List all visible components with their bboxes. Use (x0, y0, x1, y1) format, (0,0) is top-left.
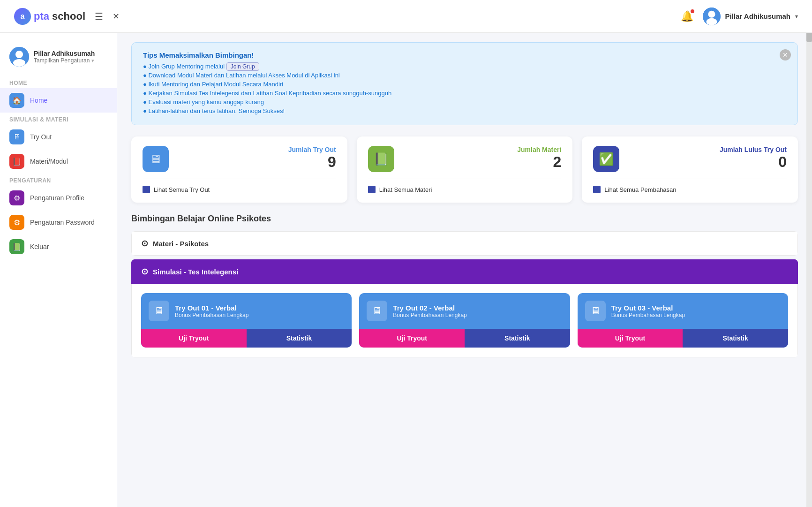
sidebar-item-keluar[interactable]: 📗 Keluar (0, 235, 117, 259)
keluar-icon: 📗 (9, 239, 24, 254)
stat-card-top-lulus: ✅ Jumlah Lulus Try Out 0 (593, 146, 787, 172)
stat-label-materi: Jumlah Materi 2 (517, 146, 561, 171)
tips-item-5: ● Latihan-latihan dan terus latihan. Sem… (143, 107, 786, 114)
svg-point-1 (708, 10, 715, 17)
sidebar-section-pengaturan: Pengaturan (0, 174, 117, 186)
sidebar-avatar (9, 47, 29, 67)
accordion-simulasi: ⊙ Simulasi - Tes Intelegensi 🖥 Try Out 0… (131, 259, 798, 357)
tips-title: Tips Memaksimalkan Bimbingan! (143, 51, 786, 59)
tryout-card-3-icon: 🖥 (585, 301, 606, 321)
tryout-card-3-title: Try Out 03 - Verbal (611, 304, 685, 312)
user-menu[interactable]: Pillar Adhikusumah ▾ (703, 8, 798, 25)
header-right: 🔔 Pillar Adhikusumah ▾ (681, 8, 798, 25)
sidebar-section-simulasi: Simulasi & Materi (0, 113, 117, 125)
svg-point-5 (13, 59, 25, 67)
sidebar-item-tryout-label: Try Out (30, 133, 52, 141)
stat-card-materi: 📗 Jumlah Materi 2 Lihat Semua Materi (357, 136, 573, 203)
materi-icon: 📕 (9, 154, 24, 169)
sidebar-item-password-label: Pengaturan Password (30, 219, 95, 226)
stat-label-lulus: Jumlah Lulus Try Out 0 (720, 146, 787, 171)
logo: a pta school (14, 8, 85, 25)
tryout-card-3-actions: Uji Tryout Statistik (578, 329, 788, 348)
statistik-button-1[interactable]: Statistik (247, 329, 352, 348)
statistik-button-2[interactable]: Statistik (465, 329, 570, 348)
accordion-simulasi-icon: ⊙ (141, 266, 148, 277)
stat-card-tryout: 🖥 Jumlah Try Out 9 Lihat Semua Try Out (131, 136, 347, 203)
tryout-card-1-subtitle: Bonus Pembahasan Lengkap (175, 312, 248, 318)
tryout-card-2-title: Try Out 02 - Verbal (393, 304, 466, 312)
accordion-materi: ⊙ Materi - Psikotes (131, 231, 798, 256)
sidebar-item-profile[interactable]: ⚙ Pengaturan Profile (0, 186, 117, 210)
stat-card-top-materi: 📗 Jumlah Materi 2 (368, 146, 562, 172)
header: a pta school ☰ ✕ 🔔 Pillar Adhikusumah ▾ (0, 0, 812, 33)
stat-icon-lulus: ✅ (593, 146, 619, 172)
user-name: Pillar Adhikusumah (725, 12, 790, 20)
accordion-materi-header[interactable]: ⊙ Materi - Psikotes (131, 231, 798, 256)
stat-link-materi[interactable]: Lihat Semua Materi (368, 186, 562, 193)
sidebar-user-info: Pillar Adhikusumah Tampilkan Pengaturan … (34, 50, 95, 64)
tips-item-2: ● Ikuti Mentoring dan Pelajari Modul Sec… (143, 81, 786, 88)
close-search-icon[interactable]: ✕ (113, 11, 120, 22)
sidebar-item-materi-label: Materi/Modul (30, 158, 68, 165)
hamburger-icon[interactable]: ☰ (95, 11, 103, 22)
tips-close-button[interactable]: ✕ (780, 49, 791, 61)
stat-card-top-tryout: 🖥 Jumlah Try Out 9 (143, 146, 336, 172)
stat-link-lulus[interactable]: Lihat Semua Pembahasan (593, 186, 787, 193)
tips-item-1: ● Download Modul Materi dan Latihan mela… (143, 72, 786, 79)
sidebar-user: Pillar Adhikusumah Tampilkan Pengaturan … (0, 42, 117, 76)
stat-link-icon-lulus (593, 186, 601, 193)
stat-icon-tryout: 🖥 (143, 146, 169, 172)
sidebar-section-home: Home (0, 76, 117, 88)
sidebar-item-tryout[interactable]: 🖥 Try Out (0, 125, 117, 149)
stat-link-icon-materi (368, 186, 376, 193)
accordion-simulasi-header[interactable]: ⊙ Simulasi - Tes Intelegensi (131, 259, 798, 284)
tryout-card-1-actions: Uji Tryout Statistik (141, 329, 352, 348)
scrollbar[interactable] (806, 0, 812, 507)
svg-point-2 (706, 18, 717, 25)
password-settings-icon: ⚙ (9, 215, 24, 230)
tryout-card-2-actions: Uji Tryout Statistik (359, 329, 570, 348)
tips-item-0: ● Join Grup Mentoring melalui Join Grup (143, 63, 786, 70)
tryout-card-1-title: Try Out 01 - Verbal (175, 304, 248, 312)
accordion-materi-icon: ⊙ (141, 238, 148, 249)
svg-point-4 (15, 51, 23, 58)
uji-tryout-button-3[interactable]: Uji Tryout (578, 329, 683, 348)
sidebar-settings-text: Tampilkan Pengaturan (34, 57, 90, 64)
sidebar-item-password[interactable]: ⚙ Pengaturan Password (0, 210, 117, 235)
avatar (703, 8, 721, 25)
accordion-materi-label: Materi - Psikotes (153, 240, 209, 248)
stat-link-text-lulus: Lihat Semua Pembahasan (604, 186, 676, 193)
stat-icon-materi: 📗 (368, 146, 394, 172)
sidebar-username: Pillar Adhikusumah (34, 50, 95, 57)
sidebar-item-materi[interactable]: 📕 Materi/Modul (0, 149, 117, 174)
tips-item-3: ● Kerjakan Simulasi Tes Intelegensi dan … (143, 90, 786, 97)
stat-label-tryout: Jumlah Try Out 9 (288, 146, 336, 171)
stat-link-text-tryout: Lihat Semua Try Out (154, 186, 210, 193)
stats-row: 🖥 Jumlah Try Out 9 Lihat Semua Try Out 📗 (131, 136, 798, 203)
chevron-settings-icon: ▾ (91, 58, 94, 64)
notification-dot (691, 9, 694, 13)
home-icon: 🏠 (9, 93, 24, 108)
accordion-simulasi-body: 🖥 Try Out 01 - Verbal Bonus Pembahasan L… (131, 284, 798, 357)
sidebar-item-home[interactable]: 🏠 Home (0, 88, 117, 113)
notification-button[interactable]: 🔔 (681, 10, 693, 23)
join-grup-link[interactable]: Join Grup (226, 62, 259, 71)
header-left: a pta school ☰ ✕ (14, 8, 120, 25)
tryout-card-1-icon: 🖥 (149, 301, 169, 321)
uji-tryout-button-2[interactable]: Uji Tryout (359, 329, 465, 348)
tryout-card-3-header: 🖥 Try Out 03 - Verbal Bonus Pembahasan L… (578, 293, 788, 329)
tryout-card-1-info: Try Out 01 - Verbal Bonus Pembahasan Len… (175, 304, 248, 318)
tryout-card-2-info: Try Out 02 - Verbal Bonus Pembahasan Len… (393, 304, 466, 318)
sidebar-item-keluar-label: Keluar (30, 243, 49, 250)
stat-link-icon-tryout (143, 186, 150, 193)
sidebar-settings-row[interactable]: Tampilkan Pengaturan ▾ (34, 57, 95, 64)
tryout-card-2-header: 🖥 Try Out 02 - Verbal Bonus Pembahasan L… (359, 293, 570, 329)
stat-link-text-materi: Lihat Semua Materi (379, 186, 432, 193)
stat-link-tryout[interactable]: Lihat Semua Try Out (143, 186, 336, 193)
statistik-button-3[interactable]: Statistik (683, 329, 788, 348)
tryout-grid: 🖥 Try Out 01 - Verbal Bonus Pembahasan L… (141, 293, 788, 348)
tryout-card-2-subtitle: Bonus Pembahasan Lengkap (393, 312, 466, 318)
uji-tryout-button-1[interactable]: Uji Tryout (141, 329, 247, 348)
profile-settings-icon: ⚙ (9, 190, 24, 205)
tryout-icon: 🖥 (9, 129, 24, 144)
